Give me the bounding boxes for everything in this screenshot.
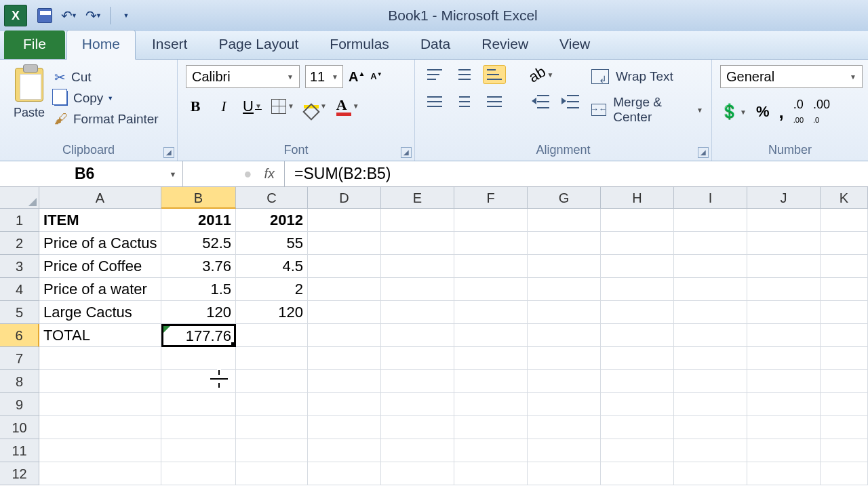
cell-g11[interactable] [528,439,601,462]
cell-i3[interactable] [674,255,747,278]
increase-indent-button[interactable] [559,92,582,111]
row-header-2[interactable]: 2 [0,232,39,255]
paste-button[interactable]: Paste [14,106,45,120]
cell-d11[interactable] [308,439,381,462]
font-color-button[interactable]: A▼ [336,96,359,116]
cell-c3[interactable]: 4.5 [236,255,308,278]
cell-b6[interactable]: 177.76 [161,324,236,347]
align-left-button[interactable] [423,92,446,111]
cell-j6[interactable] [747,324,821,347]
cell-g4[interactable] [528,278,601,301]
cell-i11[interactable] [674,439,747,462]
cell-c11[interactable] [236,439,308,462]
cell-a6[interactable]: TOTAL [39,324,161,347]
fx-icon[interactable]: fx [264,166,275,182]
decrease-decimal-button[interactable]: .00.0 [813,98,830,126]
cell-i4[interactable] [674,278,747,301]
cell-d1[interactable] [308,209,381,232]
cell-c4[interactable]: 2 [236,278,308,301]
cell-k3[interactable] [821,255,868,278]
fill-color-button[interactable]: ▼ [304,102,327,110]
bold-button[interactable]: B [186,97,205,116]
increase-decimal-button[interactable]: .0.00 [793,98,804,126]
wrap-text-button[interactable]: Wrap Text [591,69,703,84]
col-header-g[interactable]: G [528,187,601,209]
align-top-button[interactable] [423,65,446,84]
cell-k6[interactable] [821,324,868,347]
cell-b10[interactable] [161,416,236,439]
cell-d5[interactable] [308,301,381,324]
excel-icon[interactable]: X [4,5,27,26]
cell-h11[interactable] [601,439,674,462]
cell-g8[interactable] [528,370,601,393]
tab-formulas[interactable]: Formulas [315,30,404,59]
cell-d3[interactable] [308,255,381,278]
row-header-5[interactable]: 5 [0,301,39,324]
clipboard-dialog-launcher[interactable]: ◢ [163,147,174,158]
font-name-select[interactable]: Calibri▼ [186,65,300,88]
tab-page-layout[interactable]: Page Layout [203,30,313,59]
row-header-6[interactable]: 6 [0,324,39,347]
cell-d7[interactable] [308,347,381,370]
font-dialog-launcher[interactable]: ◢ [401,147,412,158]
cell-e5[interactable] [381,301,454,324]
cell-k11[interactable] [821,439,868,462]
cell-e9[interactable] [381,393,454,416]
cell-c10[interactable] [236,416,308,439]
col-header-h[interactable]: H [601,187,674,209]
cell-a2[interactable]: Price of a Cactus [39,232,161,255]
cell-a4[interactable]: Price of a water [39,278,161,301]
cell-d2[interactable] [308,232,381,255]
cell-i1[interactable] [674,209,747,232]
cell-c1[interactable]: 2012 [236,209,308,232]
cell-e6[interactable] [381,324,454,347]
cell-j3[interactable] [747,255,821,278]
cell-g6[interactable] [528,324,601,347]
cell-b11[interactable] [161,439,236,462]
cell-g10[interactable] [528,416,601,439]
cell-i8[interactable] [674,370,747,393]
align-middle-button[interactable] [453,65,476,84]
cell-j4[interactable] [747,278,821,301]
percent-button[interactable]: % [756,103,770,121]
cell-j10[interactable] [747,416,821,439]
cell-a11[interactable] [39,439,161,462]
cell-k2[interactable] [821,232,868,255]
comma-button[interactable]: , [778,102,783,123]
cell-c5[interactable]: 120 [236,301,308,324]
cell-h7[interactable] [601,347,674,370]
cell-d10[interactable] [308,416,381,439]
cell-k10[interactable] [821,416,868,439]
orientation-button[interactable]: ab▼ [529,66,553,83]
cell-f4[interactable] [454,278,528,301]
cell-h8[interactable] [601,370,674,393]
cell-a9[interactable] [39,393,161,416]
row-header-4[interactable]: 4 [0,278,39,301]
cell-h1[interactable] [601,209,674,232]
cancel-formula-button[interactable]: ● [243,166,252,182]
cell-i9[interactable] [674,393,747,416]
row-header-3[interactable]: 3 [0,255,39,278]
undo-button[interactable]: ↶▼ [57,5,81,26]
cell-b5[interactable]: 120 [161,301,236,324]
cell-e1[interactable] [381,209,454,232]
cell-d9[interactable] [308,393,381,416]
cell-g3[interactable] [528,255,601,278]
cell-h12[interactable] [601,462,674,485]
cell-e8[interactable] [381,370,454,393]
col-header-c[interactable]: C [236,187,308,209]
row-header-11[interactable]: 11 [0,439,39,462]
number-format-select[interactable]: General▼ [720,65,863,88]
qat-customize-button[interactable]: ▼ [115,5,139,26]
tab-view[interactable]: View [545,30,605,59]
col-header-i[interactable]: I [674,187,747,209]
cell-j12[interactable] [747,462,821,485]
col-header-f[interactable]: F [454,187,528,209]
cell-b8[interactable] [161,370,236,393]
cell-e12[interactable] [381,462,454,485]
formula-bar[interactable]: =SUM(B2:B5) [285,161,868,186]
cell-a7[interactable] [39,347,161,370]
cell-a12[interactable] [39,462,161,485]
cell-h9[interactable] [601,393,674,416]
cell-f5[interactable] [454,301,528,324]
